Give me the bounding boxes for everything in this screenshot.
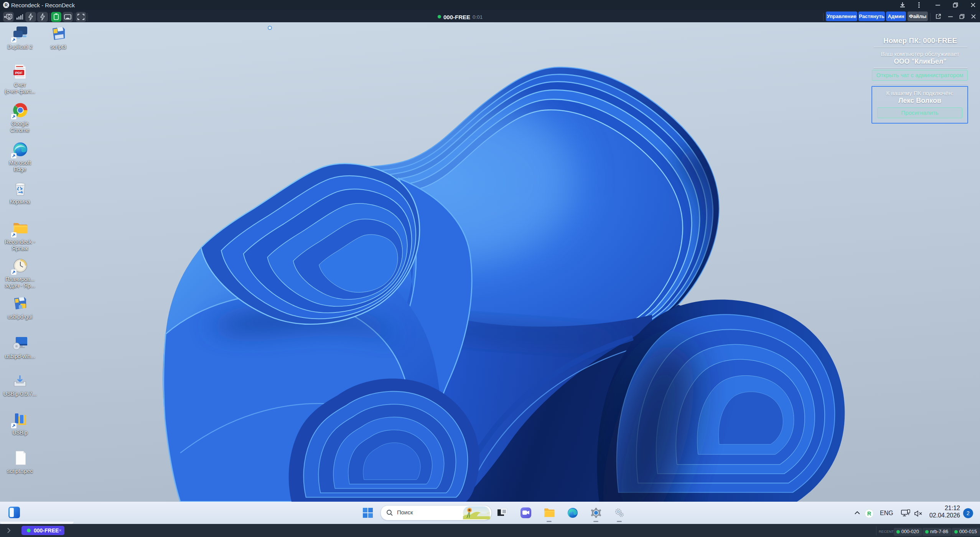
svg-text:PDF: PDF xyxy=(15,71,23,75)
svg-text:R: R xyxy=(867,511,871,517)
svg-text:R: R xyxy=(5,3,8,7)
